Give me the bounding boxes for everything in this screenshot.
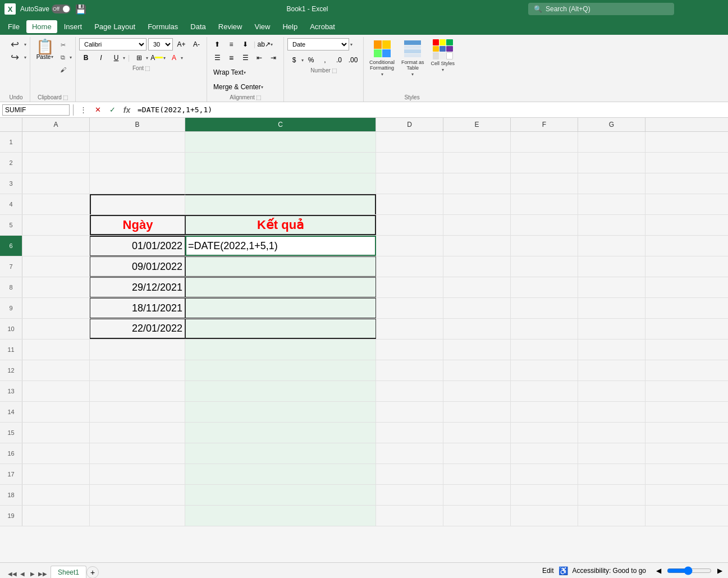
menu-view[interactable]: View	[249, 20, 276, 33]
italic-button[interactable]: I	[94, 52, 108, 64]
row-num[interactable]: 16	[0, 443, 22, 464]
cell-e5[interactable]	[443, 215, 511, 235]
cell-b7[interactable]: 09/01/2022	[90, 256, 185, 277]
autosave-toggle[interactable]: Off	[52, 4, 71, 13]
menu-acrobat[interactable]: Acrobat	[304, 20, 341, 33]
cell-d10[interactable]	[376, 319, 443, 339]
col-header-e[interactable]: E	[443, 118, 511, 131]
formula-more-button[interactable]: ⋮	[77, 104, 89, 116]
cell-styles-dropdown[interactable]: ▾	[442, 67, 444, 72]
menu-help[interactable]: Help	[277, 20, 303, 33]
cell-g2[interactable]	[578, 153, 645, 173]
row-num[interactable]: 18	[0, 485, 22, 505]
cell-f3[interactable]	[511, 173, 578, 194]
cell-a10[interactable]	[22, 319, 90, 339]
cell-d1[interactable]	[376, 132, 443, 152]
next-sheet-button[interactable]: ▶	[28, 570, 37, 579]
menu-data[interactable]: Data	[185, 20, 211, 33]
cell-e4[interactable]	[443, 194, 511, 214]
cancel-button[interactable]: ✕	[91, 104, 104, 116]
row-num[interactable]: 3	[0, 173, 22, 194]
row-num[interactable]: 17	[0, 464, 22, 484]
font-expand-icon[interactable]: ⬚	[145, 65, 150, 71]
cell-d9[interactable]	[376, 298, 443, 318]
merge-dropdown[interactable]: ▾	[261, 85, 263, 90]
menu-formulas[interactable]: Formulas	[142, 20, 184, 33]
scroll-left-button[interactable]: ◀	[655, 566, 662, 576]
font-color-dropdown[interactable]: ▾	[181, 56, 183, 61]
copy-button[interactable]: ⧉	[57, 52, 68, 63]
row-num[interactable]: 5	[0, 215, 22, 235]
cell-c4[interactable]	[185, 194, 376, 214]
orientation-button[interactable]: ab↗	[257, 38, 271, 51]
cell-e8[interactable]	[443, 277, 511, 297]
cell-b3[interactable]	[90, 173, 185, 194]
menu-page-layout[interactable]: Page Layout	[89, 20, 141, 33]
col-header-c[interactable]: C	[185, 118, 376, 131]
cell-e1[interactable]	[443, 132, 511, 152]
row-num[interactable]: 12	[0, 360, 22, 380]
align-bottom-button[interactable]: ⬇	[239, 38, 252, 51]
row-num[interactable]: 2	[0, 153, 22, 173]
cut-button[interactable]: ✂	[57, 39, 68, 51]
bold-button[interactable]: B	[79, 52, 93, 64]
cell-c10[interactable]	[185, 319, 376, 339]
undo-button[interactable]: ↩	[6, 38, 24, 51]
currency-button[interactable]: $	[287, 54, 301, 66]
col-header-g[interactable]: G	[578, 118, 645, 131]
col-header-f[interactable]: F	[511, 118, 578, 131]
cell-e3[interactable]	[443, 173, 511, 194]
cell-e6[interactable]	[443, 236, 511, 256]
col-header-d[interactable]: D	[376, 118, 443, 131]
comma-button[interactable]: ,	[318, 54, 332, 66]
cell-f7[interactable]	[511, 256, 578, 277]
percent-button[interactable]: %	[304, 54, 318, 66]
copy-dropdown[interactable]: ▾	[70, 55, 72, 60]
sheet-tab-sheet1[interactable]: Sheet1	[51, 566, 86, 579]
underline-dropdown[interactable]: ▾	[123, 56, 125, 61]
col-header-b[interactable]: B	[90, 118, 185, 131]
last-sheet-button[interactable]: ▶▶	[38, 570, 47, 579]
font-color-button[interactable]: A	[167, 52, 181, 64]
format-painter-button[interactable]: 🖌	[57, 64, 68, 75]
cell-f1[interactable]	[511, 132, 578, 152]
undo-dropdown-arrow[interactable]: ▾	[24, 42, 26, 47]
cell-b6[interactable]: 01/01/2022	[90, 236, 185, 256]
cell-f6[interactable]	[511, 236, 578, 256]
cell-c5[interactable]: Kết quả	[185, 215, 376, 235]
cell-d11[interactable]	[376, 340, 443, 360]
cell-f10[interactable]	[511, 319, 578, 339]
cell-a8[interactable]	[22, 277, 90, 297]
cell-e7[interactable]	[443, 256, 511, 277]
cell-d2[interactable]	[376, 153, 443, 173]
search-bar[interactable]: 🔍 Search (Alt+Q)	[528, 3, 674, 15]
cell-b4[interactable]	[90, 194, 185, 214]
cell-d3[interactable]	[376, 173, 443, 194]
cell-d8[interactable]	[376, 277, 443, 297]
cell-b9[interactable]: 18/11/2021	[90, 298, 185, 318]
currency-dropdown[interactable]: ▾	[301, 58, 304, 63]
formula-input[interactable]	[135, 105, 726, 114]
paste-button[interactable]: 📋 Paste ▾	[34, 38, 56, 61]
cell-d4[interactable]	[376, 194, 443, 214]
prev-sheet-button[interactable]: ◀	[18, 570, 27, 579]
cell-g5[interactable]	[578, 215, 645, 235]
redo-button[interactable]: ↪	[6, 51, 24, 63]
row-num[interactable]: 6	[0, 236, 22, 256]
cell-a11[interactable]	[22, 340, 90, 360]
font-name-select[interactable]: Calibri	[79, 38, 146, 51]
cell-a9[interactable]	[22, 298, 90, 318]
cell-b10[interactable]: 22/01/2022	[90, 319, 185, 339]
cell-a1[interactable]	[22, 132, 90, 152]
cell-e9[interactable]	[443, 298, 511, 318]
menu-file[interactable]: File	[2, 20, 25, 33]
row-num[interactable]: 9	[0, 298, 22, 318]
cell-b11[interactable]	[90, 340, 185, 360]
number-format-select[interactable]: Date	[287, 38, 349, 51]
menu-insert[interactable]: Insert	[58, 20, 88, 33]
cell-c2[interactable]	[185, 153, 376, 173]
decrease-indent-button[interactable]: ⇤	[253, 52, 266, 64]
cell-g9[interactable]	[578, 298, 645, 318]
cell-c11[interactable]	[185, 340, 376, 360]
row-num[interactable]: 14	[0, 402, 22, 422]
